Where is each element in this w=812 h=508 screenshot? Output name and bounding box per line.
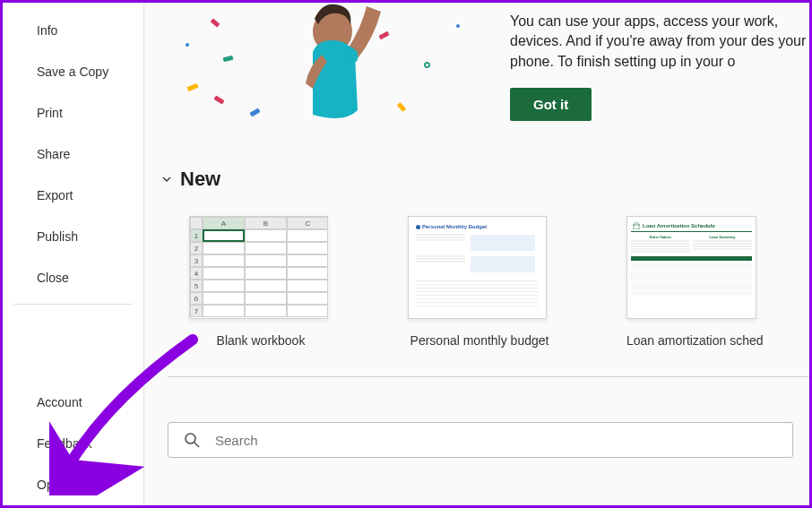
onboarding-banner: You can use your apps, access your work,…: [160, 3, 809, 155]
sidebar-item-account[interactable]: Account: [3, 382, 143, 423]
sidebar-divider: [13, 304, 133, 305]
banner-text: You can use your apps, access your work,…: [510, 12, 809, 72]
sidebar-item-publish[interactable]: Publish: [3, 216, 143, 257]
template-gallery: ABC 1 2 3 4 5 6 7 Blank workbook Persona…: [189, 216, 809, 348]
search-icon: [183, 431, 201, 449]
main-content: You can use your apps, access your work,…: [144, 3, 809, 505]
template-thumb: Personal Monthly Budget: [408, 216, 547, 319]
sidebar-item-save-copy[interactable]: Save a Copy: [3, 51, 143, 92]
sidebar-item-options[interactable]: Options: [3, 464, 143, 505]
svg-point-2: [186, 434, 195, 443]
sidebar-item-print[interactable]: Print: [3, 92, 143, 133]
template-blank-workbook[interactable]: ABC 1 2 3 4 5 6 7 Blank workbook: [189, 216, 333, 348]
sidebar-item-info[interactable]: Info: [3, 10, 143, 51]
template-thumb: Loan Amortization Schedule Enter Values …: [626, 216, 756, 319]
section-title-new: New: [180, 168, 220, 191]
template-thumb: ABC 1 2 3 4 5 6 7: [189, 216, 328, 319]
search-row: [168, 422, 793, 458]
template-label: Loan amortization sched: [626, 333, 761, 348]
banner-illustration: [160, 12, 483, 137]
svg-rect-1: [634, 225, 639, 229]
chevron-down-icon: [160, 173, 173, 185]
template-loan-amortization[interactable]: Loan Amortization Schedule Enter Values …: [626, 216, 761, 348]
svg-line-3: [194, 443, 199, 447]
sidebar-item-export[interactable]: Export: [3, 175, 143, 216]
template-personal-monthly-budget[interactable]: Personal Monthly Budget Personal monthl: [408, 216, 551, 348]
sidebar-item-share[interactable]: Share: [3, 133, 143, 175]
sidebar-item-feedback[interactable]: Feedback: [3, 423, 143, 464]
sidebar: Info Save a Copy Print Share Export Publ…: [3, 3, 144, 505]
new-section-header[interactable]: New: [160, 168, 809, 191]
search-box[interactable]: [168, 422, 793, 458]
divider: [168, 376, 809, 377]
search-input[interactable]: [215, 423, 778, 457]
sidebar-item-close[interactable]: Close: [3, 257, 143, 298]
template-label: Blank workbook: [189, 333, 333, 348]
got-it-button[interactable]: Got it: [510, 88, 592, 121]
template-label: Personal monthly budget: [408, 333, 551, 348]
banner-text-block: You can use your apps, access your work,…: [510, 12, 809, 121]
